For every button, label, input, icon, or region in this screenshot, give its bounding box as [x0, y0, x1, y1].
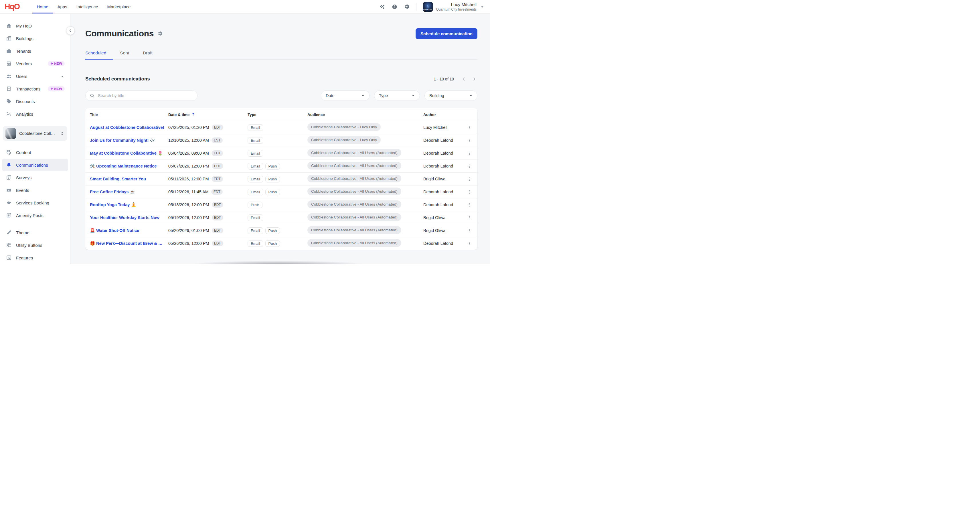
tab-scheduled[interactable]: Scheduled: [85, 50, 113, 59]
column-header-title[interactable]: Title: [90, 113, 168, 117]
nav-item-home[interactable]: Home: [32, 0, 53, 13]
row-actions-kebab-icon[interactable]: [466, 240, 473, 247]
type-badge: Push: [265, 227, 280, 234]
type-badge: Email: [248, 137, 263, 144]
type-badge: Email: [248, 189, 263, 195]
filter-building[interactable]: Building: [425, 91, 477, 101]
sidebar-item-transactions[interactable]: Transactions NEW: [2, 83, 68, 95]
sidebar-item-services-booking[interactable]: Services Booking: [2, 196, 68, 209]
table-row: Smart Building, Smarter You 05/11/2026, …: [85, 172, 477, 185]
tab-sent[interactable]: Sent: [120, 50, 136, 59]
sidebar-primary-group: My HqO Buildings Tenants Vendors NEW Use…: [0, 19, 70, 120]
sidebar-item-content[interactable]: Content: [2, 146, 68, 159]
sidebar-item-my-hqo[interactable]: My HqO: [2, 19, 68, 32]
row-author: Deborah Lafond: [423, 138, 460, 143]
row-actions-kebab-icon[interactable]: [466, 150, 473, 156]
theme-icon: [6, 230, 12, 235]
row-date: 05/18/2026, 12:00 PM: [168, 203, 209, 207]
building-selector[interactable]: Cobblestone Collabo…: [3, 126, 67, 141]
filter-type[interactable]: Type: [374, 91, 420, 101]
audience-badge: Cobblestone Collaborative - Lucy Only: [307, 123, 381, 131]
row-author: Deborah Lafond: [423, 164, 460, 168]
row-actions-kebab-icon[interactable]: [466, 189, 473, 195]
page-title: Communications: [85, 29, 154, 38]
type-badge: Push: [265, 240, 280, 247]
sidebar-item-amenity-posts[interactable]: Amenity Posts: [2, 209, 68, 222]
communication-title-link[interactable]: May at Cobblestone Collaborative 🌷: [90, 151, 168, 156]
tab-draft[interactable]: Draft: [143, 50, 159, 59]
communication-title-link[interactable]: Free Coffee Fridays ☕: [90, 190, 168, 195]
sidebar-item-buildings[interactable]: Buildings: [2, 32, 68, 45]
nav-item-apps[interactable]: Apps: [53, 0, 72, 13]
avatar: QUANTUM: [423, 2, 433, 12]
communication-title-link[interactable]: Smart Building, Smarter You: [90, 177, 168, 181]
building-selector-label: Cobblestone Collabo…: [19, 131, 57, 136]
row-actions-kebab-icon[interactable]: [466, 227, 473, 234]
new-badge: NEW: [48, 86, 65, 91]
row-types: Push: [248, 202, 307, 208]
audience-badge: Cobblestone Collaborative - All Users (A…: [307, 188, 401, 195]
tag-icon: [6, 99, 12, 104]
timezone-badge: EDT: [211, 189, 223, 195]
pagination-prev-icon[interactable]: [461, 76, 467, 82]
sidebar-building-group: Content Communications Surveys Events Se…: [0, 146, 70, 222]
column-header-author[interactable]: Author: [423, 113, 460, 117]
nav-item-intelligence[interactable]: Intelligence: [72, 0, 103, 13]
filter-date[interactable]: Date: [321, 91, 369, 101]
communication-title-link[interactable]: Join Us for Community Night! 🎶: [90, 138, 168, 143]
row-actions-kebab-icon[interactable]: [466, 124, 473, 131]
pagination-next-icon[interactable]: [471, 76, 477, 82]
communications-settings-gear-icon[interactable]: [157, 30, 163, 37]
audience-badge: Cobblestone Collaborative - Lucy Only: [307, 136, 381, 144]
pagination: 1 - 10 of 10: [434, 76, 477, 82]
row-types: EmailPush: [248, 176, 307, 182]
schedule-communication-button[interactable]: Schedule communication: [415, 28, 477, 39]
row-types: EmailPush: [248, 189, 307, 195]
row-actions-kebab-icon[interactable]: [466, 176, 473, 182]
search-input[interactable]: [97, 93, 193, 98]
column-header-audience[interactable]: Audience: [307, 113, 423, 117]
communication-title-link[interactable]: Your Healthier Workday Starts Now: [90, 215, 168, 220]
timezone-badge: EDT: [212, 228, 223, 233]
users-icon: [6, 73, 12, 79]
type-badge: Push: [265, 163, 280, 169]
row-date: 05/12/2026, 11:45 AM: [168, 190, 208, 194]
row-actions-kebab-icon[interactable]: [466, 214, 473, 221]
sidebar-item-communications[interactable]: Communications: [2, 159, 68, 171]
row-author: Brigid Gliwa: [423, 228, 460, 233]
hqo-logo[interactable]: HqO: [5, 2, 20, 11]
settings-icon[interactable]: [404, 4, 410, 10]
column-header-type[interactable]: Type: [248, 113, 307, 117]
communication-title-link[interactable]: 🛠️ Upcoming Maintenance Notice: [90, 164, 168, 169]
communication-title-link[interactable]: 🚨 Water Shut-Off Notice: [90, 228, 168, 233]
sidebar-item-tenants[interactable]: Tenants: [2, 45, 68, 57]
column-header-date-time[interactable]: Date & time: [168, 112, 248, 117]
user-menu[interactable]: QUANTUM Lucy Mitchell Quantum City Inves…: [423, 2, 485, 12]
search-icon: [89, 93, 95, 98]
sidebar-item-surveys[interactable]: Surveys: [2, 171, 68, 184]
audience-badge: Cobblestone Collaborative - All Users (A…: [307, 239, 401, 247]
communication-title-link[interactable]: 🎁 New Perk—Discount at Brew & Be…: [90, 241, 168, 246]
timezone-badge: EDT: [212, 163, 223, 169]
sidebar-item-events[interactable]: Events: [2, 184, 68, 196]
communication-title-link[interactable]: Rooftop Yoga Today 🧘: [90, 203, 168, 207]
sidebar-item-vendors[interactable]: Vendors NEW: [2, 57, 68, 70]
communication-title-link[interactable]: August at Cobblestone Collaborative!: [90, 125, 168, 130]
row-actions-kebab-icon[interactable]: [466, 163, 473, 169]
sidebar-item-discounts[interactable]: Discounts: [2, 95, 68, 108]
row-actions-kebab-icon[interactable]: [466, 137, 473, 144]
nav-item-marketplace[interactable]: Marketplace: [103, 0, 135, 13]
type-badge: Email: [248, 163, 263, 169]
sidebar-collapse-button[interactable]: [66, 26, 75, 35]
row-types: Email: [248, 137, 307, 144]
sidebar-item-utility-buttons[interactable]: Utility Buttons: [2, 239, 68, 251]
sidebar-item-features[interactable]: Features: [2, 251, 68, 264]
sidebar-item-users[interactable]: Users: [2, 70, 68, 83]
sidebar-item-analytics[interactable]: Analytics: [2, 108, 68, 120]
topbar-actions: QUANTUM Lucy Mitchell Quantum City Inves…: [379, 2, 485, 12]
sidebar-item-theme[interactable]: Theme: [2, 226, 68, 239]
help-icon[interactable]: [391, 4, 398, 10]
timezone-badge: EDT: [212, 241, 223, 246]
sparkles-icon[interactable]: [379, 4, 385, 10]
row-actions-kebab-icon[interactable]: [466, 202, 473, 208]
